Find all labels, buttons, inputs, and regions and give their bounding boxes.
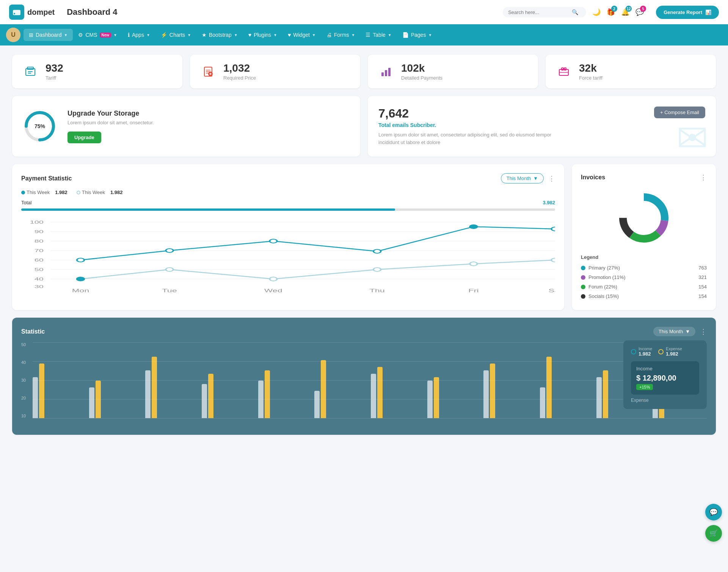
sidebar-item-widget[interactable]: ♥ Widget ▼ — [282, 29, 321, 41]
header-icons: 🌙 🎁 2 🔔 12 💬 5 Generate Report 📊 — [592, 6, 719, 19]
chart-icon: 📊 — [705, 9, 711, 15]
circle-progress: 75% — [23, 109, 57, 143]
income-box: Income $ 12,890,00 +15% — [631, 361, 699, 395]
statistic-header: Statistic This Month ▼ ⋮ — [21, 327, 707, 336]
sidebar-item-bootstrap[interactable]: ★ Bootstrap ▼ — [196, 29, 243, 41]
invoices-title: Invoices — [581, 174, 605, 181]
sidebar-item-plugins[interactable]: ♥ Plugins ▼ — [243, 29, 282, 41]
income-badge: +15% — [636, 384, 653, 390]
legend-row-socials: Socials (15%) 154 — [581, 291, 707, 301]
circle-label: 75% — [35, 123, 45, 129]
chat-icon-btn[interactable]: 💬 5 — [635, 8, 644, 16]
stat-card-force-tariff: 32k Force tariff — [546, 55, 716, 88]
apps-icon: ℹ — [128, 32, 130, 38]
bar-chart-area — [33, 342, 707, 426]
generate-report-button[interactable]: Generate Report 📊 — [656, 6, 719, 19]
pages-icon: 📄 — [402, 32, 409, 38]
detailed-payments-value: 102k — [401, 62, 442, 74]
svg-point-46 — [270, 277, 277, 281]
svg-point-2 — [14, 13, 15, 14]
y-label-40: 40 — [21, 360, 33, 365]
payment-title: Payment Statistic — [21, 175, 72, 182]
bell-badge: 12 — [626, 6, 632, 12]
payment-total-row: Total 3.982 — [21, 200, 555, 205]
legend-item-2: This Week 1.982 — [77, 190, 123, 195]
svg-point-40 — [270, 239, 277, 243]
navbar: U ⊞ Dashboard ▼ ⚙ CMS New ▼ ℹ Apps ▼ ⚡ C… — [0, 24, 728, 45]
expense-circle-icon — [658, 349, 664, 354]
svg-text:80: 80 — [35, 239, 44, 243]
search-input[interactable] — [508, 9, 569, 15]
more-options-icon[interactable]: ⋮ — [548, 174, 555, 183]
envelope-icon: ✉ — [676, 116, 708, 157]
header: dompet Dashboard 4 🔍 🌙 🎁 2 🔔 12 💬 5 Gene… — [0, 0, 728, 24]
payment-card-header: Payment Statistic This Month ▼ ⋮ — [21, 173, 555, 183]
svg-text:30: 30 — [35, 284, 44, 289]
sidebar-item-table[interactable]: ☰ Table ▼ — [360, 29, 397, 41]
statistic-title: Statistic — [21, 328, 45, 335]
chevron-down-icon: ▼ — [428, 33, 432, 37]
expense-legend-item: Expense 1.982 — [658, 346, 682, 357]
sidebar-item-apps[interactable]: ℹ Apps ▼ — [122, 29, 155, 41]
sidebar-item-dashboard[interactable]: ⊞ Dashboard ▼ — [24, 29, 73, 41]
invoices-card: Invoices ⋮ Legend — [572, 164, 716, 310]
sidebar-item-forms[interactable]: 🖨 Forms ▼ — [321, 29, 361, 41]
stat-card-required-price: 1,032 Required Price — [190, 55, 360, 88]
widget-icon: ♥ — [288, 32, 291, 38]
invoices-more-options-icon[interactable]: ⋮ — [700, 173, 707, 182]
moon-icon-btn[interactable]: 🌙 — [592, 8, 601, 16]
statistic-more-options-icon[interactable]: ⋮ — [700, 328, 707, 336]
y-label-20: 20 — [21, 396, 33, 400]
sidebar-item-cms[interactable]: ⚙ CMS New ▼ — [73, 29, 122, 41]
chevron-down-icon: ▼ — [113, 33, 117, 37]
storage-card: 75% Upgrade Your Storage Lorem ipsum dol… — [12, 96, 360, 157]
tariff-label: Tariff — [46, 75, 63, 81]
gift-badge: 2 — [611, 6, 617, 12]
charts-row: Payment Statistic This Month ▼ ⋮ This We… — [12, 164, 716, 310]
bell-icon-btn[interactable]: 🔔 12 — [621, 8, 629, 16]
line-chart-svg: 100 90 80 70 60 50 40 30 — [21, 218, 555, 294]
legend-dot-2 — [77, 191, 80, 194]
dashboard-icon: ⊞ — [29, 32, 33, 38]
required-price-info: 1,032 Required Price — [223, 62, 256, 81]
svg-rect-14 — [381, 72, 384, 76]
svg-text:Tue: Tue — [162, 288, 177, 293]
y-label-30: 30 — [21, 378, 33, 382]
svg-text:Sat: Sat — [548, 288, 555, 293]
sidebar-item-pages[interactable]: 📄 Pages ▼ — [397, 29, 438, 41]
income-panel: Income 1.982 Expense 1.982 Income $ — [623, 340, 707, 409]
new-badge: New — [100, 33, 111, 38]
total-value: 3.982 — [543, 200, 555, 205]
svg-text:70: 70 — [35, 248, 44, 253]
gift-icon-btn[interactable]: 🎁 2 — [607, 8, 615, 16]
nav-avatar: U — [6, 28, 20, 42]
chevron-down-icon: ▼ — [64, 33, 68, 37]
middle-row: 75% Upgrade Your Storage Lorem ipsum dol… — [12, 96, 716, 157]
socials-dot — [581, 294, 585, 299]
svg-point-43 — [551, 227, 555, 231]
invoices-header: Invoices ⋮ — [581, 173, 707, 182]
y-label-10: 10 — [21, 414, 33, 418]
upgrade-button[interactable]: Upgrade — [67, 132, 101, 143]
line-chart-area: 100 90 80 70 60 50 40 30 — [21, 218, 555, 294]
svg-text:Fri: Fri — [468, 288, 479, 293]
statistic-this-month-button[interactable]: This Month ▼ — [653, 327, 695, 336]
email-card-description: Lorem ipsum dolor sit amet, consectetur … — [378, 131, 560, 146]
chevron-down-icon: ▼ — [273, 33, 277, 37]
stat-cards: 932 Tariff 1,032 Required Price — [12, 55, 716, 88]
force-tariff-value: 32k — [579, 62, 602, 74]
this-month-button[interactable]: This Month ▼ — [501, 173, 544, 183]
search-box[interactable]: 🔍 — [503, 7, 586, 17]
stat-card-detailed-payments: 102k Detailed Payments — [368, 55, 538, 88]
stat-card-tariff: 932 Tariff — [12, 55, 182, 88]
forms-icon: 🖨 — [326, 32, 332, 38]
sidebar-item-charts[interactable]: ⚡ Charts ▼ — [155, 29, 196, 41]
storage-info: Upgrade Your Storage Lorem ipsum dolor s… — [67, 110, 154, 143]
tariff-icon — [21, 63, 39, 81]
svg-rect-16 — [388, 68, 391, 76]
legend-dot-1 — [21, 191, 25, 194]
logo-icon — [9, 5, 24, 20]
cms-icon: ⚙ — [78, 32, 83, 38]
svg-text:Mon: Mon — [72, 288, 89, 293]
logo: dompet — [9, 5, 55, 20]
